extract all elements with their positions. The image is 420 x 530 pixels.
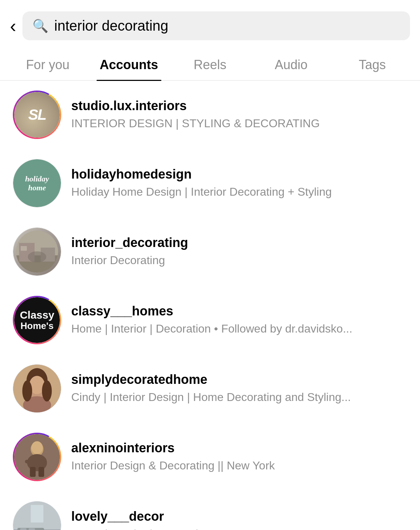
account-info: classy___homes Home | Interior | Decorat… — [71, 304, 407, 336]
account-info: lovely___decor Home | Interior | Decorat… — [71, 509, 407, 530]
avatar-image: SL — [14, 92, 60, 138]
account-username: holidayhomedesign — [71, 167, 407, 182]
tab-tags[interactable]: Tags — [332, 47, 413, 80]
avatar: Classy Home's — [13, 296, 61, 344]
list-item[interactable]: simplydecoratedhome Cindy | Interior Des… — [0, 354, 420, 423]
tab-audio[interactable]: Audio — [250, 47, 332, 80]
avatar: SL — [13, 91, 61, 139]
account-bio: Home | Interior | Decoration • Followed … — [71, 321, 407, 336]
list-item[interactable]: Classy Home's classy___homes Home | Inte… — [0, 286, 420, 354]
svg-rect-25 — [20, 528, 27, 530]
tabs-bar: For you Accounts Reels Audio Tags — [0, 47, 420, 81]
avatar-image — [13, 228, 61, 276]
account-info: alexninointeriors Interior Design & Deco… — [71, 441, 407, 473]
svg-point-11 — [22, 380, 32, 401]
header: ‹ 🔍 — [0, 0, 420, 47]
account-list: SL studio.lux.interiors INTERIOR DESIGN … — [0, 81, 420, 530]
avatar-image — [14, 434, 60, 480]
svg-rect-17 — [25, 460, 31, 463]
avatar — [13, 501, 61, 530]
search-icon: 🔍 — [32, 19, 48, 34]
account-username: interior_decorating — [71, 235, 407, 250]
avatar — [13, 227, 61, 276]
avatar — [13, 364, 61, 413]
svg-point-12 — [42, 380, 52, 401]
avatar — [13, 433, 61, 481]
list-item[interactable]: lovely___decor Home | Interior | Decorat… — [0, 491, 420, 530]
account-bio: Home | Interior | Decoration — [71, 527, 407, 530]
svg-point-5 — [28, 251, 46, 262]
svg-rect-28 — [31, 505, 43, 523]
list-item[interactable]: interior_decorating Interior Decorating — [0, 217, 420, 286]
list-item[interactable]: holidayhome holidayhomedesign Holiday Ho… — [0, 149, 420, 217]
account-bio: Interior Decorating — [71, 253, 407, 268]
account-info: interior_decorating Interior Decorating — [71, 235, 407, 268]
svg-rect-26 — [28, 528, 35, 530]
account-bio: Holiday Home Design | Interior Decoratin… — [71, 185, 407, 200]
avatar: holidayhome — [13, 159, 61, 207]
account-username: simplydecoratedhome — [71, 372, 407, 387]
svg-rect-18 — [30, 467, 36, 477]
svg-rect-19 — [38, 467, 44, 477]
svg-rect-3 — [21, 246, 27, 251]
avatar-image — [13, 365, 61, 412]
tab-for-you[interactable]: For you — [7, 47, 88, 80]
back-button[interactable]: ‹ — [10, 17, 16, 35]
account-username: studio.lux.interiors — [71, 98, 407, 113]
account-username: lovely___decor — [71, 509, 407, 524]
list-item[interactable]: SL studio.lux.interiors INTERIOR DESIGN … — [0, 81, 420, 149]
account-bio: Interior Design & Decorating || New York — [71, 458, 407, 473]
account-info: studio.lux.interiors INTERIOR DESIGN | S… — [71, 98, 407, 131]
avatar-image: holidayhome — [13, 159, 61, 207]
svg-point-15 — [31, 441, 43, 454]
avatar-image: Classy Home's — [14, 297, 60, 343]
account-bio: INTERIOR DESIGN | STYLING & DECORATING — [71, 116, 407, 131]
account-bio: Cindy | Interior Design | Home Decoratin… — [71, 390, 407, 405]
account-username: classy___homes — [71, 304, 407, 319]
account-info: holidayhomedesign Holiday Home Design | … — [71, 167, 407, 200]
search-input[interactable] — [54, 18, 400, 34]
tab-reels[interactable]: Reels — [170, 47, 251, 80]
search-bar[interactable]: 🔍 — [22, 11, 410, 40]
account-info: simplydecoratedhome Cindy | Interior Des… — [71, 372, 407, 405]
avatar-image — [13, 501, 61, 530]
tab-accounts[interactable]: Accounts — [88, 47, 170, 80]
account-username: alexninointeriors — [71, 441, 407, 456]
list-item[interactable]: alexninointeriors Interior Design & Deco… — [0, 423, 420, 491]
